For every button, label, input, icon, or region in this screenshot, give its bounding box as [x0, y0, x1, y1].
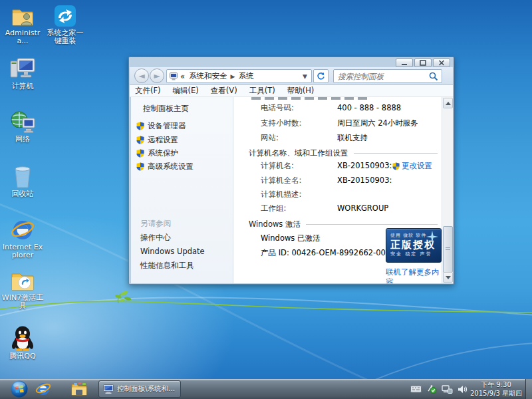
computer-icon: [9, 57, 36, 81]
address-dropdown-icon[interactable]: ▼: [301, 73, 309, 80]
menu-view[interactable]: 查看(V): [211, 86, 237, 96]
uac-shield-icon: [136, 162, 144, 171]
search-icon: [429, 72, 438, 81]
taskbar-task-control-panel[interactable]: 控制面板\系统和...: [98, 380, 181, 398]
breadcrumb-separator-icon: ▶: [231, 73, 235, 80]
scrollbar-thumb[interactable]: [443, 226, 453, 273]
main-panel: 电话号码: 400 - 888 - 8888 支持小时数: 周日至周六 24小时…: [234, 97, 442, 283]
system-window-icon: [103, 384, 114, 394]
desktop-icon-tencent-qq[interactable]: 腾讯QQ: [1, 325, 44, 360]
sidebar-item-device-manager[interactable]: 设备管理器: [136, 121, 186, 131]
windows-start-orb-icon: [11, 380, 28, 398]
taskbar-clock[interactable]: 下午 9:30 2015/9/3 星期四: [469, 380, 523, 398]
user-folder-icon: [11, 5, 35, 28]
sidebar-item-advanced-settings[interactable]: 高级系统设置: [136, 162, 194, 172]
arrow-down-icon: [446, 276, 451, 279]
online-support-link[interactable]: 联机支持: [337, 133, 368, 143]
network-status-icon[interactable]: [442, 385, 453, 394]
menu-file[interactable]: 文件(F): [135, 86, 161, 96]
maximize-button[interactable]: [414, 59, 432, 67]
arrow-up-icon: [446, 102, 451, 105]
menu-tools[interactable]: 工具(T): [249, 86, 275, 96]
language-keyboard-icon[interactable]: [410, 385, 422, 393]
show-desktop-button[interactable]: [525, 379, 532, 399]
ie-icon: [35, 381, 51, 397]
minimize-button[interactable]: [396, 59, 413, 67]
refresh-icon: [317, 72, 325, 80]
start-button[interactable]: [11, 380, 28, 398]
taskbar: 控制面板\系统和... 下午 9:30 2015/9/3 星期四: [0, 379, 532, 399]
window-content: 控制面板主页 设备管理器 远程设置: [131, 97, 453, 283]
refresh-button[interactable]: [313, 69, 329, 83]
address-bar[interactable]: « 系统和安全 ▶ 系统 ▼: [166, 69, 312, 83]
clock-date: 2015/9/3 星期四: [469, 389, 523, 398]
uac-shield-icon: [136, 136, 144, 144]
scroll-down-button[interactable]: [443, 272, 453, 283]
learn-more-online-link[interactable]: 联机了解更多内容...: [386, 267, 442, 283]
genuine-software-badge[interactable]: 使用 微软 软件 正版授权 安全 稳定 声誉: [386, 228, 442, 263]
clipped-scrolled-text: [251, 97, 371, 100]
sidebar-item-action-center[interactable]: 操作中心: [140, 233, 171, 243]
navigation-bar: ◄ ► « 系统和安全 ▶ 系统 ▼: [130, 67, 453, 85]
desktop-icon-internet-explorer[interactable]: Internet Explorer: [1, 218, 44, 259]
sidebar-item-control-panel-home[interactable]: 控制面板主页: [143, 104, 189, 114]
close-icon: [438, 60, 445, 66]
menu-help[interactable]: 帮助(H): [287, 86, 315, 96]
folder-explorer-icon: [70, 382, 88, 396]
close-button[interactable]: [433, 59, 450, 67]
search-input[interactable]: [334, 72, 429, 81]
activator-folder-icon: [10, 270, 35, 293]
taskbar-ie-button[interactable]: [35, 380, 52, 398]
desktop: { "desktop": { "icons": [ {"name":"admin…: [0, 0, 532, 399]
sidebar-item-system-protection[interactable]: 系统保护: [136, 148, 178, 158]
sidebar-item-performance-tools[interactable]: 性能信息和工具: [140, 261, 194, 271]
system-small-icon: [170, 72, 178, 80]
desktop-icon-reinstall-app[interactable]: 系统之家一键重装: [44, 4, 86, 45]
maximize-icon: [420, 60, 426, 66]
menu-bar: 文件(F) 编辑(E) 查看(V) 工具(T) 帮助(H): [130, 85, 453, 97]
scroll-up-button[interactable]: [443, 98, 453, 108]
breadcrumb-current[interactable]: 系统: [238, 71, 253, 81]
usb-safely-remove-icon[interactable]: [426, 384, 437, 394]
menu-edit[interactable]: 编辑(E): [173, 86, 199, 96]
breadcrumb-root[interactable]: 系统和安全: [189, 71, 227, 81]
sidebar-item-remote-settings[interactable]: 远程设置: [136, 135, 178, 145]
uac-shield-icon: [136, 122, 144, 130]
change-settings-link[interactable]: 更改设置: [392, 161, 432, 171]
desktop-icon-administrator[interactable]: Administra...: [1, 5, 44, 45]
breadcrumb-prefix: «: [180, 72, 185, 81]
uac-shield-icon: [392, 162, 400, 170]
system-tray: [410, 379, 467, 399]
forward-button[interactable]: ►: [150, 68, 164, 83]
clock-time: 下午 9:30: [469, 380, 523, 389]
ie-icon: [10, 218, 35, 242]
network-icon: [9, 110, 36, 134]
desktop-icon-recycle-bin[interactable]: 回收站: [1, 164, 44, 198]
minimize-icon: [401, 60, 408, 66]
recycle-bin-icon: [11, 164, 34, 189]
search-box[interactable]: [333, 69, 442, 83]
sidebar: 控制面板主页 设备管理器 远程设置: [131, 97, 233, 283]
desktop-icon-computer[interactable]: 计算机: [1, 57, 44, 90]
desktop-icon-network[interactable]: 网络: [1, 110, 44, 144]
desktop-icon-win7-activator[interactable]: WIN7激活工具: [1, 270, 44, 310]
uac-shield-icon: [136, 149, 144, 158]
sidebar-item-windows-update[interactable]: Windows Update: [140, 247, 205, 256]
sidebar-see-also-heading: 另请参阅: [140, 219, 171, 229]
taskbar-explorer-button[interactable]: [70, 380, 88, 398]
reinstall-app-icon: [53, 4, 77, 28]
window-titlebar[interactable]: [129, 57, 454, 68]
volume-icon[interactable]: [458, 385, 467, 394]
back-button[interactable]: ◄: [134, 68, 149, 83]
qq-penguin-icon: [11, 325, 35, 351]
section-computer-name: 计算机名称、域和工作组设置: [249, 148, 438, 158]
explorer-window: ◄ ► « 系统和安全 ▶ 系统 ▼: [128, 57, 454, 285]
vertical-scrollbar[interactable]: [442, 97, 453, 283]
